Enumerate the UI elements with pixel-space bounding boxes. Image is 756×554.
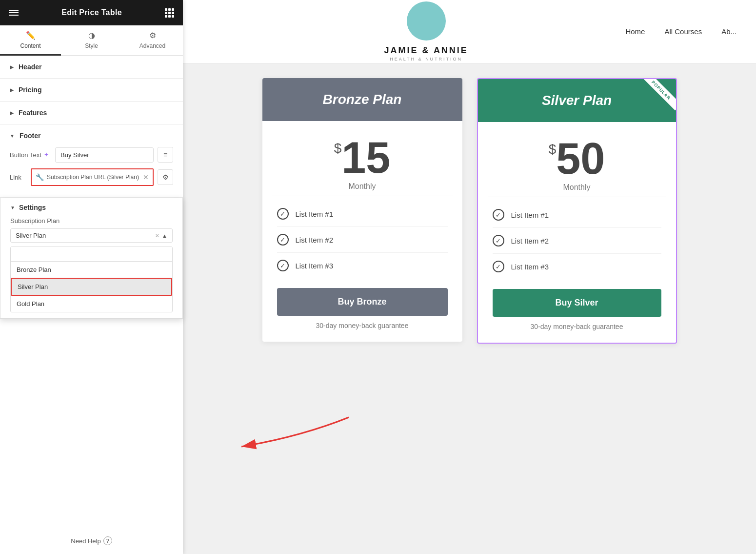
buy-silver-button[interactable]: Buy Silver [493,289,661,317]
button-text-input[interactable] [55,147,154,163]
nav-home[interactable]: Home [625,27,645,36]
dropdown-item-gold[interactable]: Gold Plan [11,296,172,312]
logo-subtext: HEALTH & NUTRITION [384,57,468,62]
arrow-down-icon-settings: ▼ [10,205,15,210]
bronze-plan-card: Bronze Plan $ 15 Monthly ✓ List Item #1 … [262,78,462,342]
link-clear-icon[interactable]: ✕ [143,173,149,181]
dropdown-item-bronze[interactable]: Bronze Plan [11,262,172,278]
arrow-right-icon-pricing: ▶ [10,87,14,93]
align-button[interactable]: ≡ [158,147,173,163]
silver-plan-pricing: $ 50 Monthly [478,122,676,197]
need-help-section[interactable]: Need Help ? [0,528,183,554]
silver-plan-title: Silver Plan [542,93,612,108]
popular-badge: POPULAR [637,79,676,118]
accordion-pricing-toggle[interactable]: ▶ Pricing [0,79,183,101]
bronze-feature-1: ✓ List Item #1 [277,201,448,227]
tabs-row: ✏️ Content ◑ Style ⚙ Advanced [0,25,183,56]
tab-style[interactable]: ◑ Style [61,31,122,56]
panel-header: Edit Price Table [0,0,183,25]
tab-style-label: Style [85,42,98,49]
pricing-section-label: Pricing [19,86,41,94]
site-logo: JAMIE & ANNIE HEALTH & NUTRITION [384,1,468,62]
grid-icon[interactable] [165,8,174,18]
bronze-plan-title: Bronze Plan [323,92,402,107]
price-table-section: Bronze Plan $ 15 Monthly ✓ List Item #1 … [183,63,756,358]
accordion-pricing-section: ▶ Pricing [0,79,183,102]
header-section-label: Header [19,63,41,71]
need-help-text: Need Help [71,537,100,545]
tab-content-label: Content [20,42,40,49]
bronze-feature-3: ✓ List Item #3 [277,253,448,278]
arrow-annotation-2 [212,408,368,456]
main-area: JAMIE & ANNIE HEALTH & NUTRITION Home Al… [183,0,756,554]
footer-section-label: Footer [20,132,41,140]
silver-feature-1: ✓ List Item #1 [493,202,661,228]
bronze-features: ✓ List Item #1 ✓ List Item #2 ✓ List Ite… [262,196,462,283]
silver-check-icon-2: ✓ [493,235,504,246]
accordion-header-toggle[interactable]: ▶ Header [0,56,183,78]
silver-dollar-sign: $ [549,142,557,157]
accordion-features-section: ▶ Features [0,102,183,124]
pencil-icon: ✏️ [26,31,36,40]
check-icon-3: ✓ [277,260,289,271]
site-menu: Home All Courses Ab... [625,27,736,36]
nav-more[interactable]: Ab... [721,27,736,36]
features-section-label: Features [19,109,47,117]
footer-content: Button Text ✦ ≡ Link 🔧 Subscription Plan… [0,147,183,197]
logo-circle [407,1,446,41]
check-icon-1: ✓ [277,208,289,220]
button-text-row: Button Text ✦ ≡ [10,147,173,163]
silver-price-number: 50 [556,137,605,181]
check-icon-2: ✓ [277,234,289,246]
dropdown-item-silver[interactable]: Silver Plan [11,278,172,296]
silver-feature-3: ✓ List Item #3 [493,254,661,279]
settings-label: Settings [19,204,46,211]
buy-bronze-button[interactable]: Buy Bronze [277,288,448,316]
bronze-price-amount: $ 15 [272,136,453,180]
footer-section: ▼ Footer Button Text ✦ ≡ Link 🔧 Subscrip… [0,124,183,198]
silver-price-amount: $ 50 [488,137,666,181]
silver-plan-header: Silver Plan POPULAR [478,79,676,122]
tab-content[interactable]: ✏️ Content [0,31,61,56]
select-dropdown-icon[interactable]: ▲ [162,233,167,239]
silver-features: ✓ List Item #1 ✓ List Item #2 ✓ List Ite… [478,197,676,284]
select-controls: × ▲ [156,232,167,239]
logo-text: JAMIE & ANNIE [384,45,468,56]
silver-price-period: Monthly [488,183,666,192]
link-settings-btn[interactable]: ⚙ [158,169,173,185]
popular-badge-text: POPULAR [641,79,676,110]
silver-plan-card: Silver Plan POPULAR $ 50 Monthly ✓ List … [477,78,677,344]
nav-courses[interactable]: All Courses [664,27,702,36]
tab-advanced-label: Advanced [139,42,165,49]
subscription-plan-label: Subscription Plan [10,217,173,225]
tab-advanced[interactable]: ⚙ Advanced [122,31,183,56]
site-nav: JAMIE & ANNIE HEALTH & NUTRITION Home Al… [183,0,756,63]
bronze-dollar-sign: $ [334,141,342,156]
footer-section-toggle[interactable]: ▼ Footer [0,124,183,147]
settings-content: Subscription Plan Silver Plan × ▲ Bronze… [0,217,182,318]
style-icon: ◑ [88,31,95,40]
arrow-down-icon-footer: ▼ [10,133,15,139]
silver-check-icon-3: ✓ [493,261,504,272]
settings-header[interactable]: ▼ Settings [0,198,182,217]
select-clear-icon[interactable]: × [156,232,159,239]
silver-check-icon-1: ✓ [493,209,504,221]
silver-feature-2: ✓ List Item #2 [493,228,661,254]
link-row: Link 🔧 Subscription Plan URL (Silver Pla… [10,168,173,186]
accordion-features-toggle[interactable]: ▶ Features [0,102,183,124]
panel-title: Edit Price Table [61,8,122,17]
bronze-plan-footer: Buy Bronze 30-day money-back guarantee [262,283,462,342]
left-panel: Edit Price Table ✏️ Content ◑ Style ⚙ Ad… [0,0,183,554]
selected-plan-text: Silver Plan [16,232,46,239]
subscription-plan-select[interactable]: Silver Plan × ▲ [10,228,173,243]
accordion-header-section: ▶ Header [0,56,183,79]
bronze-plan-pricing: $ 15 Monthly [262,121,462,196]
magic-wand-icon: ✦ [44,151,49,158]
help-icon: ? [103,536,112,545]
gear-icon: ⚙ [149,31,156,40]
link-input-wrapper[interactable]: 🔧 Subscription Plan URL (Silver Plan) ✕ [31,168,154,186]
hamburger-icon[interactable] [9,10,19,16]
bronze-feature-2: ✓ List Item #2 [277,227,448,253]
link-value-text: Subscription Plan URL (Silver Plan) [47,174,140,181]
dropdown-search-input[interactable] [11,247,172,262]
